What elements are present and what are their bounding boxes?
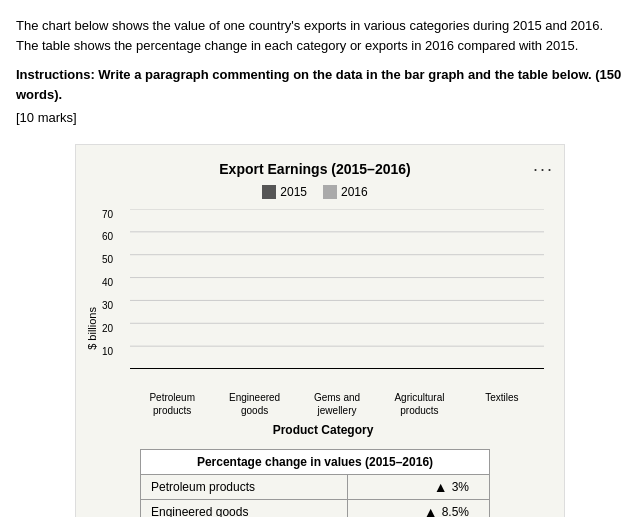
more-options-button[interactable]: ... (533, 155, 554, 176)
x-label-4: Textiles (464, 391, 540, 417)
y-tick-30: 30 (102, 300, 113, 311)
y-tick-20: 20 (102, 323, 113, 334)
table-value-1: ▲8.5% (347, 499, 489, 517)
legend-item-2016: 2016 (323, 185, 368, 199)
y-tick-10: 10 (102, 346, 113, 357)
y-tick-50: 50 (102, 254, 113, 265)
table-container: Percentage change in values (2015–2016) … (140, 449, 490, 518)
marks-text: [10 marks] (16, 108, 624, 128)
table-value-0: ▲3% (347, 474, 489, 499)
chart-area: $ billions 70 60 50 40 30 20 (86, 209, 544, 449)
chart-inner: 70 60 50 40 30 20 10 PetroleumproductsEn… (102, 209, 544, 449)
legend-box-2016 (323, 185, 337, 199)
x-label-0: Petroleumproducts (134, 391, 210, 417)
y-axis-label: $ billions (86, 307, 98, 350)
legend-label-2015: 2015 (280, 185, 307, 199)
x-label-3: Agriculturalproducts (381, 391, 457, 417)
legend-label-2016: 2016 (341, 185, 368, 199)
table-category-1: Engineered goods (141, 499, 348, 517)
legend-item-2015: 2015 (262, 185, 307, 199)
y-tick-70: 70 (102, 209, 113, 220)
table-header: Percentage change in values (2015–2016) (141, 449, 490, 474)
y-tick-40: 40 (102, 277, 113, 288)
instructions-text: Instructions: Write a paragraph commenti… (16, 65, 624, 104)
table-category-0: Petroleum products (141, 474, 348, 499)
percentage-table: Percentage change in values (2015–2016) … (140, 449, 490, 518)
y-tick-60: 60 (102, 231, 113, 242)
table-row-0: Petroleum products▲3% (141, 474, 490, 499)
chart-container: ... Export Earnings (2015–2016) 2015 201… (75, 144, 565, 518)
description-text: The chart below shows the value of one c… (16, 16, 624, 55)
x-axis-title: Product Category (102, 423, 544, 437)
legend-box-2015 (262, 185, 276, 199)
table-row-1: Engineered goods▲8.5% (141, 499, 490, 517)
x-label-1: Engineeredgoods (216, 391, 292, 417)
x-label-2: Gems andjewellery (299, 391, 375, 417)
chart-title: Export Earnings (2015–2016) (86, 161, 544, 177)
chart-legend: 2015 2016 (86, 185, 544, 199)
